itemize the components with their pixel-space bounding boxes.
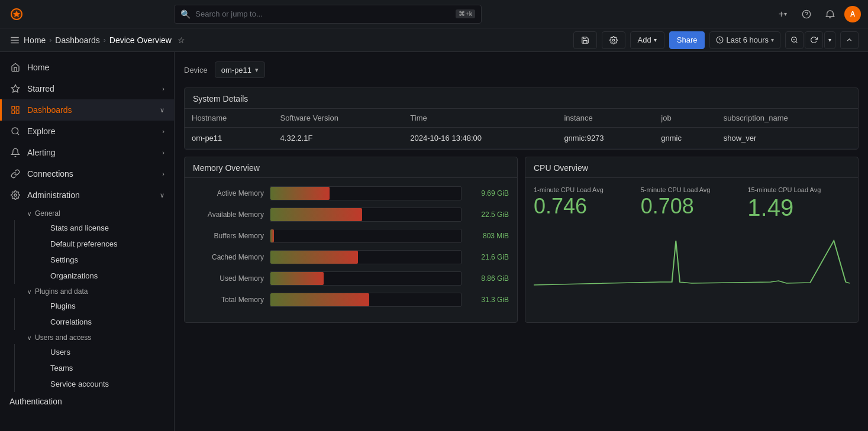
col-time: Time (403, 109, 557, 128)
svg-rect-13 (16, 106, 19, 109)
notifications-button[interactable] (821, 5, 840, 24)
collapse-button[interactable] (840, 31, 859, 49)
search-shortcut: ⌘+k (456, 9, 475, 18)
chevron-right-icon-alerting: › (162, 149, 164, 156)
memory-value-4: 8.86 GiB (467, 274, 509, 283)
svg-rect-15 (12, 111, 15, 114)
memory-value-1: 22.5 GiB (467, 210, 509, 219)
memory-bar-4 (270, 272, 324, 285)
admin-general-group: ∨ General Stats and license Default pref… (0, 206, 174, 284)
memory-bar-5 (270, 293, 369, 306)
refresh-dropdown[interactable]: ▾ (824, 31, 835, 49)
search-icon: 🔍 (180, 9, 191, 19)
memory-label-5: Total Memory (193, 296, 264, 304)
chevron-down-icon-plugins: ∨ (27, 289, 31, 295)
col-subscription: subscription_name (717, 109, 858, 128)
cpu-stats: 1-minute CPU Load Avg 0.746 5-minute CPU… (534, 186, 850, 219)
chevron-down-icon-users: ∨ (27, 335, 31, 341)
breadcrumb-dashboards[interactable]: Dashboards (55, 35, 100, 45)
share-button[interactable]: Share (669, 31, 705, 49)
sidebar-item-service-accounts[interactable]: Service accounts (15, 376, 174, 392)
memory-title: Memory Overview (185, 157, 517, 178)
memory-label-2: Buffers Memory (193, 232, 264, 240)
admin-users-group: ∨ Users and access Users Teams Service a… (0, 330, 174, 392)
sidebar-item-connections[interactable]: Connections › (0, 163, 174, 184)
cpu-15min-label: 15-minute CPU Load Avg (747, 186, 850, 193)
system-details-content: Hostname Software Version Time instance … (185, 109, 858, 149)
star-icon[interactable]: ☆ (178, 35, 185, 45)
sidebar-item-dashboards[interactable]: Dashboards ∨ (0, 99, 174, 121)
home-icon (9, 61, 21, 73)
zoom-out-icon (790, 36, 798, 44)
sidebar-item-plugins[interactable]: Plugins (15, 298, 174, 314)
add-button[interactable]: Add ▾ (630, 31, 664, 49)
memory-bar-wrap-2 (270, 229, 462, 243)
app-logo[interactable] (7, 5, 26, 24)
cpu-5min-label: 5-minute CPU Load Avg (641, 186, 743, 193)
cell-job: gnmic (654, 128, 716, 149)
zoom-out-button[interactable] (785, 31, 804, 49)
sidebar-item-home[interactable]: Home (0, 57, 174, 78)
svg-line-17 (17, 133, 19, 135)
users-group-header[interactable]: ∨ Users and access (9, 330, 174, 344)
svg-marker-11 (11, 85, 19, 92)
cpu-1min-value: 0.746 (534, 196, 636, 217)
sidebar-item-stats[interactable]: Stats and license (15, 220, 174, 236)
sidebar-item-starred[interactable]: Starred › (0, 78, 174, 99)
sidebar-item-authentication[interactable]: Authentication (0, 392, 174, 411)
sidebar-item-organizations[interactable]: Organizations (15, 268, 174, 284)
settings-button[interactable] (602, 31, 625, 49)
help-button[interactable] (797, 5, 816, 24)
cpu-1min-label: 1-minute CPU Load Avg (534, 186, 636, 193)
memory-panel: Memory Overview Active Memory9.69 GiBAva… (184, 157, 518, 323)
col-job: job (654, 109, 716, 128)
general-group-header[interactable]: ∨ General (9, 206, 174, 220)
chevron-right-icon: › (162, 85, 164, 92)
sidebar-item-teams[interactable]: Teams (15, 360, 174, 376)
device-label: Device (184, 66, 208, 74)
memory-row-4: Used Memory8.86 GiB (193, 271, 509, 286)
memory-bar-1 (270, 208, 362, 221)
time-range-picker[interactable]: Last 6 hours ▾ (709, 31, 780, 49)
breadcrumb-bar: Home › Dashboards › Device Overview ☆ Ad… (0, 28, 868, 52)
device-value: om-pe11 (221, 66, 251, 74)
memory-bars: Active Memory9.69 GiBAvailable Memory22.… (193, 186, 509, 307)
sidebar-item-alerting[interactable]: Alerting › (0, 142, 174, 163)
search-bar[interactable]: 🔍 Search or jump to... ⌘+k (174, 5, 482, 24)
sidebar-item-administration[interactable]: Administration ∨ (0, 184, 174, 206)
menu-toggle[interactable] (9, 35, 20, 46)
collapse-icon (846, 36, 853, 44)
svg-rect-12 (12, 106, 15, 109)
sidebar-item-users[interactable]: Users (15, 344, 174, 360)
save-button[interactable] (573, 31, 597, 49)
plus-button[interactable]: + ▾ (773, 5, 792, 24)
clock-icon (716, 36, 724, 44)
sidebar-item-default-prefs[interactable]: Default preferences (15, 236, 174, 252)
sidebar-item-explore-label: Explore (27, 127, 156, 136)
sidebar-item-administration-label: Administration (27, 190, 154, 200)
svg-point-6 (612, 39, 615, 41)
memory-bar-wrap-4 (270, 271, 462, 286)
main-layout: Home Starred › Dashboards ∨ (0, 52, 868, 431)
svg-line-9 (796, 41, 797, 43)
memory-label-0: Active Memory (193, 189, 264, 197)
sidebar-nav: Home Starred › Dashboards ∨ (0, 52, 174, 416)
sidebar-item-settings[interactable]: Settings (15, 252, 174, 268)
cpu-stat-1min: 1-minute CPU Load Avg 0.746 (534, 186, 636, 219)
chevron-down-icon: ∨ (160, 106, 164, 114)
refresh-button[interactable] (805, 31, 823, 49)
memory-bar-wrap-5 (270, 293, 462, 307)
sidebar-item-explore[interactable]: Explore › (0, 121, 174, 142)
breadcrumb-current: Device Overview (109, 35, 172, 45)
cpu-title: CPU Overview (525, 157, 858, 178)
system-details-tbody: om-pe11 4.32.2.1F 2024-10-16 13:48:00 gn… (185, 128, 858, 149)
breadcrumb-home[interactable]: Home (24, 35, 46, 45)
system-details-panel: System Details Hostname Software Version… (184, 88, 859, 150)
explore-icon (9, 125, 21, 137)
sidebar-item-correlations[interactable]: Correlations (15, 314, 174, 330)
avatar[interactable]: A (844, 6, 861, 22)
plugins-group-header[interactable]: ∨ Plugins and data (9, 284, 174, 298)
memory-label-4: Used Memory (193, 274, 264, 283)
device-select[interactable]: om-pe11 ▾ (215, 61, 265, 78)
svg-rect-14 (16, 111, 19, 114)
